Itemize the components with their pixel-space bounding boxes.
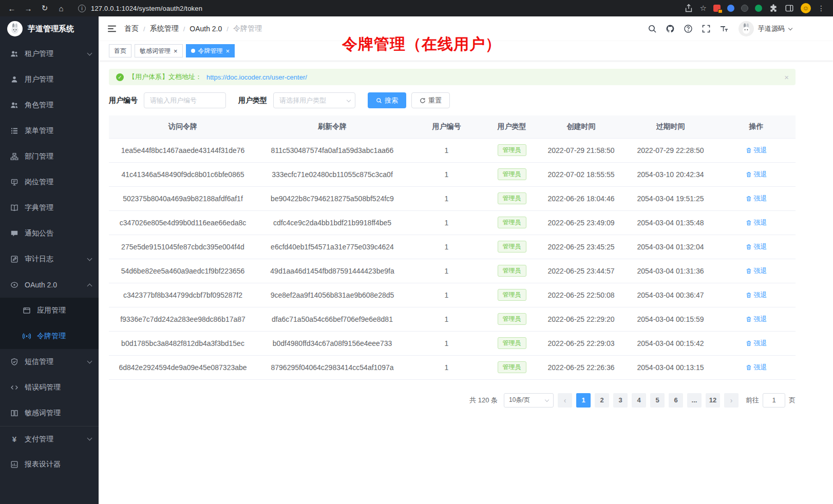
access-token-cell: f9336e7c7dd242a283ee98dc86b17a87 [109, 307, 257, 331]
more-pages-button[interactable]: ... [687, 393, 702, 408]
refresh-token-cell: dfa6c71a50a54c66bef706ef9e6e8d81 [257, 307, 408, 331]
breadcrumb-oauth[interactable]: OAuth 2.0 [190, 25, 222, 33]
user-type-select[interactable] [273, 92, 355, 108]
close-icon[interactable]: × [174, 48, 178, 54]
reset-button[interactable]: 重置 [411, 92, 450, 108]
extension-icon-dark[interactable] [741, 5, 748, 12]
total-count: 共 120 条 [469, 396, 498, 405]
page-button-5[interactable]: 5 [650, 393, 665, 408]
back-button[interactable]: ← [5, 2, 18, 15]
help-icon[interactable] [684, 24, 693, 33]
app-logo-row[interactable]: 芋道管理系统 [0, 16, 99, 41]
tab-token[interactable]: 令牌管理 × [186, 44, 235, 57]
sidebar-item-report-designer[interactable]: 报表设计器 [0, 452, 99, 477]
force-logout-button[interactable]: 强退 [746, 266, 767, 276]
user-icon [10, 75, 18, 84]
token-table: 访问令牌 刷新令牌 用户编号 用户类型 创建时间 过期时间 操作 1ea5e44… [109, 115, 796, 380]
force-logout-button[interactable]: 强退 [746, 363, 767, 372]
goto-page-input[interactable] [763, 393, 785, 408]
created-time-cell: 2022-07-29 21:58:50 [538, 138, 624, 162]
sidebar-item-role[interactable]: 角色管理 [0, 92, 99, 118]
breadcrumb-system[interactable]: 系统管理 [150, 24, 179, 33]
refresh-token-cell: 49d1aa46d1454fbd87591444423be9fa [257, 259, 408, 283]
search-button[interactable]: 搜索 [368, 92, 406, 108]
forward-button[interactable]: → [22, 2, 35, 15]
page-button-6[interactable]: 6 [669, 393, 683, 408]
share-icon[interactable] [684, 4, 693, 13]
app-title: 芋道管理系统 [28, 24, 74, 34]
user-id-input[interactable] [144, 92, 226, 108]
site-info-icon[interactable]: i [78, 5, 86, 12]
alert-close-icon[interactable]: × [784, 73, 789, 82]
expire-time-cell: 2054-03-04 01:35:48 [624, 210, 717, 235]
github-icon[interactable] [666, 24, 675, 33]
sidebar-item-sms[interactable]: 短信管理 [0, 349, 99, 375]
sidebar-item-dict[interactable]: 字典管理 [0, 195, 99, 221]
doc-link[interactable]: https://doc.iocoder.cn/user-center/ [206, 73, 307, 81]
tab-sensitive-word[interactable]: 敏感词管理 × [135, 44, 183, 57]
page-button-1[interactable]: 1 [576, 393, 591, 408]
force-logout-button[interactable]: 强退 [746, 339, 767, 348]
page-size-select[interactable]: 10条/页 [504, 393, 554, 408]
browser-profile-avatar[interactable]: ☺ [801, 3, 811, 13]
tab-home[interactable]: 首页 [109, 44, 131, 57]
breadcrumb-home[interactable]: 首页 [124, 24, 139, 33]
home-button[interactable]: ⌂ [54, 2, 68, 15]
browser-menu-button[interactable]: ⋮ [818, 4, 825, 12]
collapse-sidebar-button[interactable] [107, 24, 117, 34]
post-board-icon [10, 178, 18, 186]
font-size-icon[interactable] [720, 24, 729, 33]
sidebar-item-dept[interactable]: 部门管理 [0, 144, 99, 169]
page-button-3[interactable]: 3 [613, 393, 628, 408]
sidebar-item-post[interactable]: 岗位管理 [0, 169, 99, 195]
force-logout-button[interactable]: 强退 [746, 290, 767, 300]
force-logout-button[interactable]: 强退 [746, 315, 767, 324]
sidebar-item-error-code[interactable]: 错误码管理 [0, 375, 99, 400]
force-logout-button[interactable]: 强退 [746, 242, 767, 251]
force-logout-button[interactable]: 强退 [746, 170, 767, 179]
sidebar-item-label: 菜单管理 [25, 126, 53, 135]
created-time-cell: 2022-06-25 22:29:20 [538, 307, 624, 331]
page-button-4[interactable]: 4 [632, 393, 646, 408]
bookmark-star-icon[interactable]: ☆ [700, 4, 707, 13]
side-panel-icon[interactable] [785, 4, 794, 13]
refresh-token-cell: 9ce8ef2aa9f14056b831ae9b608e28d5 [257, 283, 408, 307]
prev-page-button[interactable]: ‹ [558, 393, 572, 408]
next-page-button[interactable]: › [724, 393, 739, 408]
expire-time-cell: 2054-03-10 20:42:34 [624, 162, 717, 186]
sidebar-item-label: 错误码管理 [25, 383, 61, 392]
access-token-cell: 54d6be82ee5a460a9aedc1f9bf223656 [109, 259, 257, 283]
force-logout-label: 强退 [754, 315, 767, 324]
sidebar-item-menu[interactable]: 菜单管理 [0, 118, 99, 144]
reload-button[interactable]: ↻ [38, 2, 51, 15]
sidebar-item-oauth2-token[interactable]: 令牌管理 [0, 323, 99, 349]
address-bar[interactable]: i 127.0.0.1:1024/system/oauth2/token [78, 5, 681, 12]
sidebar-item-sensitive-word[interactable]: 敏感词管理 [0, 400, 99, 426]
close-icon[interactable]: × [226, 48, 230, 54]
sidebar-item-oauth2[interactable]: OAuth 2.0 [0, 272, 99, 298]
refresh-token-cell: b0df4980ffd34c67a08f9156e4eee733 [257, 331, 408, 355]
extensions-puzzle-icon[interactable] [769, 4, 778, 13]
fullscreen-icon[interactable] [702, 24, 711, 33]
sidebar-item-notice[interactable]: 通知公告 [0, 221, 99, 246]
page-button-12[interactable]: 12 [706, 393, 720, 408]
sidebar-item-tenant[interactable]: 租户管理 [0, 41, 99, 67]
sidebar-item-label: 岗位管理 [25, 178, 53, 187]
extension-icon-green[interactable] [755, 5, 762, 12]
sidebar-item-pay[interactable]: ¥ 支付管理 [0, 426, 99, 452]
created-time-cell: 2022-06-25 22:26:36 [538, 355, 624, 379]
sidebar-item-oauth2-app[interactable]: 应用管理 [0, 298, 99, 323]
sidebar-item-audit-log[interactable]: 审计日志 [0, 246, 99, 272]
user-menu[interactable]: 芋道源码 [739, 21, 792, 36]
sidebar-item-user[interactable]: 用户管理 [0, 67, 99, 92]
extension-icon-red[interactable] [713, 5, 721, 12]
search-icon[interactable] [648, 24, 657, 33]
extension-icon-blue[interactable] [727, 5, 734, 12]
page-button-2[interactable]: 2 [595, 393, 609, 408]
force-logout-button[interactable]: 强退 [746, 218, 767, 227]
force-logout-label: 强退 [754, 266, 767, 276]
user-id-cell: 1 [408, 235, 485, 259]
avatar [739, 21, 754, 36]
force-logout-button[interactable]: 强退 [746, 146, 767, 155]
force-logout-button[interactable]: 强退 [746, 194, 767, 203]
